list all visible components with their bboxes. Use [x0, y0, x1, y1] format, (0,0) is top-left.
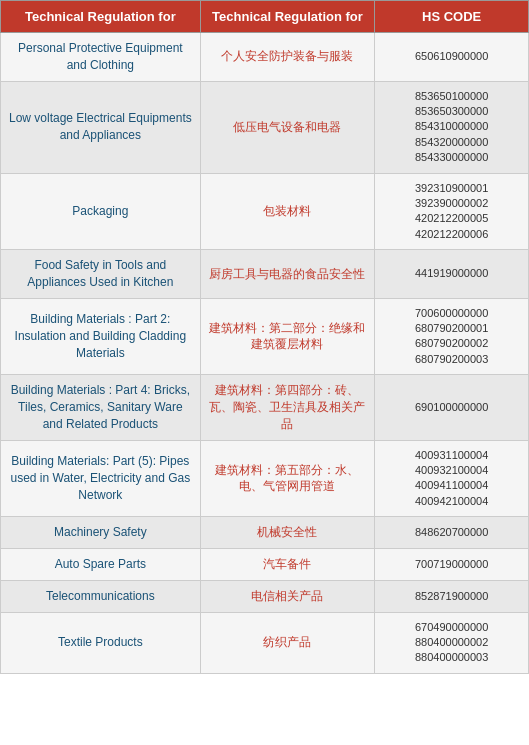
- regulation-name-zh: 厨房工具与电器的食品安全性: [200, 250, 375, 299]
- technical-regulation-table: Technical Regulation for Technical Regul…: [0, 0, 529, 674]
- table-row: Telecommunications电信相关产品852871900000: [1, 580, 529, 612]
- header-col1: Technical Regulation for: [1, 1, 201, 33]
- hs-code: 650610900000: [375, 33, 529, 82]
- regulation-name-en: Machinery Safety: [1, 517, 201, 549]
- regulation-name-zh: 个人安全防护装备与服装: [200, 33, 375, 82]
- table-row: Machinery Safety机械安全性848620700000: [1, 517, 529, 549]
- regulation-name-zh: 低压电气设备和电器: [200, 81, 375, 173]
- regulation-name-zh: 电信相关产品: [200, 580, 375, 612]
- regulation-name-en: Building Materials : Part 2: Insulation …: [1, 298, 201, 375]
- hs-code: 670490000000 880400000002 880400000003: [375, 612, 529, 673]
- regulation-name-en: Telecommunications: [1, 580, 201, 612]
- table-row: Low voltage Electrical Equipments and Ap…: [1, 81, 529, 173]
- regulation-name-zh: 汽车备件: [200, 549, 375, 581]
- regulation-name-en: Building Materials: Part (5): Pipes used…: [1, 440, 201, 517]
- hs-code: 848620700000: [375, 517, 529, 549]
- table-row: Building Materials: Part (5): Pipes used…: [1, 440, 529, 517]
- regulation-name-en: Low voltage Electrical Equipments and Ap…: [1, 81, 201, 173]
- table-row: Building Materials : Part 4: Bricks, Til…: [1, 375, 529, 440]
- regulation-name-en: Personal Protective Equipment and Clothi…: [1, 33, 201, 82]
- hs-code: 700719000000: [375, 549, 529, 581]
- table-row: Personal Protective Equipment and Clothi…: [1, 33, 529, 82]
- regulation-name-en: Auto Spare Parts: [1, 549, 201, 581]
- regulation-name-zh: 包装材料: [200, 173, 375, 250]
- header-col3: HS CODE: [375, 1, 529, 33]
- regulation-name-zh: 建筑材料：第五部分：水、电、气管网用管道: [200, 440, 375, 517]
- table-row: Textile Products纺织产品670490000000 8804000…: [1, 612, 529, 673]
- table-row: Auto Spare Parts汽车备件700719000000: [1, 549, 529, 581]
- table-row: Packaging包装材料392310900001 392390000002 4…: [1, 173, 529, 250]
- regulation-name-en: Food Safety in Tools and Appliances Used…: [1, 250, 201, 299]
- regulation-name-zh: 机械安全性: [200, 517, 375, 549]
- table-row: Building Materials : Part 2: Insulation …: [1, 298, 529, 375]
- header-col2: Technical Regulation for: [200, 1, 375, 33]
- regulation-name-zh: 纺织产品: [200, 612, 375, 673]
- regulation-name-zh: 建筑材料：第四部分：砖、瓦、陶瓷、卫生洁具及相关产品: [200, 375, 375, 440]
- hs-code: 400931100004 400932100004 400941100004 4…: [375, 440, 529, 517]
- regulation-name-zh: 建筑材料：第二部分：绝缘和建筑覆层材料: [200, 298, 375, 375]
- hs-code: 690100000000: [375, 375, 529, 440]
- hs-code: 852871900000: [375, 580, 529, 612]
- regulation-name-en: Building Materials : Part 4: Bricks, Til…: [1, 375, 201, 440]
- hs-code: 700600000000 680790200001 680790200002 6…: [375, 298, 529, 375]
- regulation-name-en: Packaging: [1, 173, 201, 250]
- hs-code: 441919000000: [375, 250, 529, 299]
- table-row: Food Safety in Tools and Appliances Used…: [1, 250, 529, 299]
- hs-code: 392310900001 392390000002 420212200005 4…: [375, 173, 529, 250]
- hs-code: 853650100000 853650300000 854310000000 8…: [375, 81, 529, 173]
- regulation-name-en: Textile Products: [1, 612, 201, 673]
